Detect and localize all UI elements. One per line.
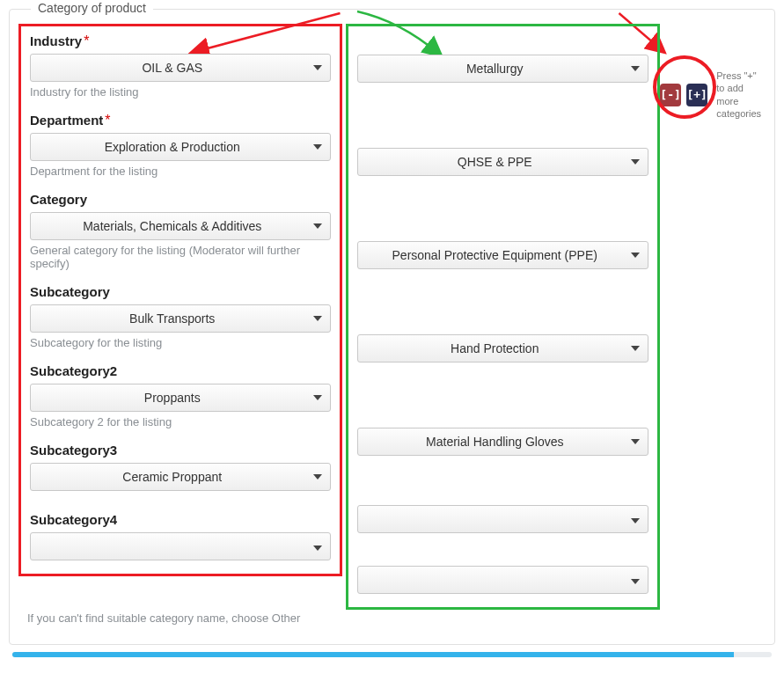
subcategory-select[interactable]: Bulk Transports (30, 304, 331, 333)
field-subcategory4-b (357, 566, 649, 597)
subcategory2-select-b[interactable]: Material Handling Gloves (357, 428, 649, 456)
field-subcategory2-b: Material Handling Gloves (357, 428, 649, 456)
field-subcategory2: Subcategory2 Proppants Subcategory 2 for… (30, 363, 331, 437)
field-category: Category Materials, Chemicals & Additive… (30, 192, 331, 279)
label-department: Department (30, 113, 103, 128)
field-category-b: Personal Protective Equipment (PPE) (357, 241, 649, 269)
subcategory-select-b[interactable]: Hand Protection (357, 334, 649, 362)
hint-category: General category for the listing (Modera… (30, 244, 331, 270)
columns-wrap: Industry* OIL & GAS Industry for the lis… (10, 10, 774, 615)
label-subcategory2: Subcategory2 (30, 363, 117, 378)
field-subcategory4: Subcategory4 (30, 512, 331, 563)
field-subcategory3-b (357, 505, 649, 536)
add-category-button[interactable]: [+] (686, 84, 707, 106)
required-marker: * (105, 113, 110, 128)
remove-category-button[interactable]: [-] (660, 84, 681, 106)
industry-select-b[interactable]: Metallurgy (357, 55, 649, 83)
label-industry: Industry (30, 33, 82, 48)
category-column-secondary: Metallurgy QHSE & PPE Personal Protectiv… (346, 24, 661, 610)
category-select-b[interactable]: Personal Protective Equipment (PPE) (357, 241, 649, 269)
progress-bar (12, 652, 734, 657)
add-hint-text: Press "+" to add more categories (716, 70, 766, 120)
hint-industry: Industry for the listing (30, 85, 331, 99)
label-subcategory: Subcategory (30, 284, 110, 299)
department-select-b[interactable]: QHSE & PPE (357, 148, 649, 176)
subcategory3-select[interactable]: Ceramic Proppant (30, 463, 331, 491)
label-subcategory4: Subcategory4 (30, 512, 117, 527)
industry-select[interactable]: OIL & GAS (30, 54, 331, 82)
field-subcategory: Subcategory Bulk Transports Subcategory … (30, 284, 331, 358)
category-select[interactable]: Materials, Chemicals & Additives (30, 212, 331, 240)
hint-subcategory: Subcategory for the listing (30, 336, 331, 349)
category-panel: Category of product Industry* OIL & GAS … (9, 9, 775, 645)
label-category: Category (30, 192, 87, 207)
required-marker: * (84, 33, 89, 48)
subcategory4-select-b[interactable] (357, 566, 649, 594)
department-select[interactable]: Exploration & Production (30, 133, 331, 161)
category-actions: [-] [+] Press "+" to add more categories (660, 24, 766, 120)
subcategory3-select-b[interactable] (357, 505, 649, 533)
progress-track (12, 652, 772, 657)
field-department-b: QHSE & PPE (357, 148, 649, 176)
field-subcategory3: Subcategory3 Ceramic Proppant (30, 443, 331, 507)
field-subcategory-b: Hand Protection (357, 334, 649, 362)
subcategory4-select[interactable] (30, 532, 331, 560)
hint-department: Department for the listing (30, 165, 331, 178)
subcategory2-select[interactable]: Proppants (30, 384, 331, 412)
hint-subcategory2: Subcategory 2 for the listing (30, 415, 331, 428)
field-industry: Industry* OIL & GAS Industry for the lis… (30, 33, 331, 107)
field-industry-b: Metallurgy (357, 55, 649, 83)
field-department: Department* Exploration & Production Dep… (30, 113, 331, 187)
label-subcategory3: Subcategory3 (30, 443, 117, 458)
category-column-primary: Industry* OIL & GAS Industry for the lis… (18, 24, 342, 576)
